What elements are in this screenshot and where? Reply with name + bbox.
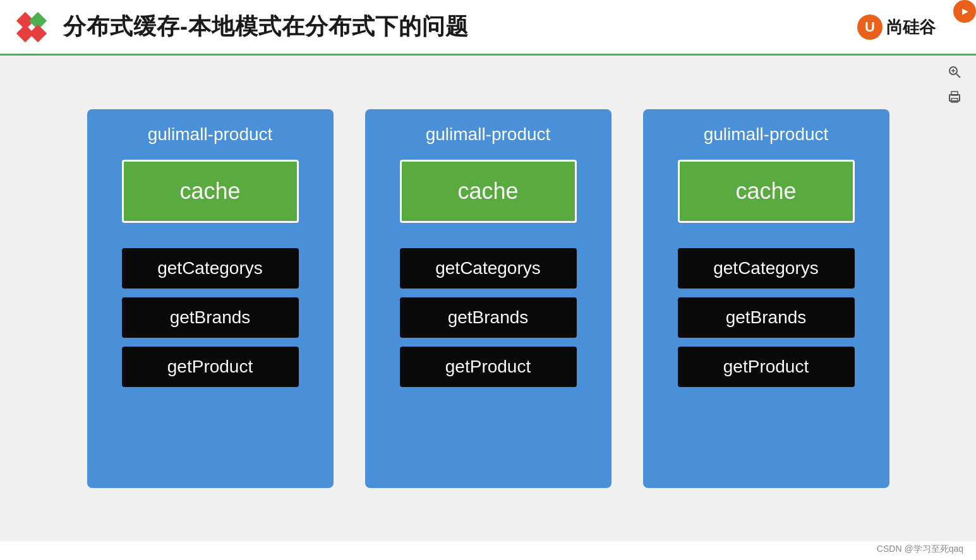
card-3-method-1: getBrands <box>678 297 855 338</box>
card-1-method-2-label: getProduct <box>167 357 253 377</box>
card-2-method-2-label: getProduct <box>445 357 531 377</box>
card-1-method-0-label: getCategorys <box>157 258 263 278</box>
sidebar-tools <box>939 57 970 112</box>
card-2-cache-box: cache <box>400 160 577 223</box>
svg-text:尚硅谷: 尚硅谷 <box>886 18 936 37</box>
card-3-cache-label: cache <box>735 178 796 205</box>
card-2-method-1: getBrands <box>400 297 577 338</box>
card-1-cache-label: cache <box>179 178 240 205</box>
card-1-method-0: getCategorys <box>122 248 299 289</box>
brand-logo: U 尚硅谷 <box>856 11 938 43</box>
card-2-title: gulimall-product <box>426 124 551 145</box>
footer-label: CSDN @学习至死qaq <box>877 544 963 554</box>
card-2-method-2: getProduct <box>400 347 577 387</box>
card-1-method-1: getBrands <box>122 297 299 338</box>
product-card-1: gulimall-product cache getCategorys getB… <box>87 109 334 488</box>
zoom-icon[interactable] <box>944 62 965 82</box>
svg-text:U: U <box>865 19 875 35</box>
card-2-cache-label: cache <box>457 178 518 205</box>
card-1-method-2: getProduct <box>122 347 299 387</box>
card-2-method-0: getCategorys <box>400 248 577 289</box>
card-1-title: gulimall-product <box>148 124 273 145</box>
svg-line-8 <box>956 74 960 78</box>
card-2-method-0-label: getCategorys <box>435 258 541 278</box>
card-3-method-2-label: getProduct <box>723 357 809 377</box>
card-3-method-2: getProduct <box>678 347 855 387</box>
logo-diamond-icon <box>13 8 51 46</box>
card-2-method-1-label: getBrands <box>448 307 529 328</box>
svg-rect-3 <box>29 24 47 42</box>
card-1-cache-box: cache <box>122 160 299 223</box>
corner-badge: ▶ <box>953 0 976 23</box>
product-card-3: gulimall-product cache getCategorys getB… <box>643 109 889 488</box>
card-3-method-0: getCategorys <box>678 248 855 289</box>
main-content: gulimall-product cache getCategorys getB… <box>0 56 976 541</box>
print-icon[interactable] <box>944 87 965 107</box>
card-3-title: gulimall-product <box>704 124 829 145</box>
page-title: 分布式缓存-本地模式在分布式下的问题 <box>63 11 469 42</box>
footer-text: CSDN @学习至死qaq <box>877 544 963 555</box>
card-3-method-1-label: getBrands <box>726 307 807 328</box>
card-3-method-0-label: getCategorys <box>713 258 819 278</box>
top-bar: 分布式缓存-本地模式在分布式下的问题 U 尚硅谷 ▶ <box>0 0 976 56</box>
product-card-2: gulimall-product cache getCategorys getB… <box>365 109 612 488</box>
card-1-method-1-label: getBrands <box>170 307 251 328</box>
card-3-cache-box: cache <box>678 160 855 223</box>
